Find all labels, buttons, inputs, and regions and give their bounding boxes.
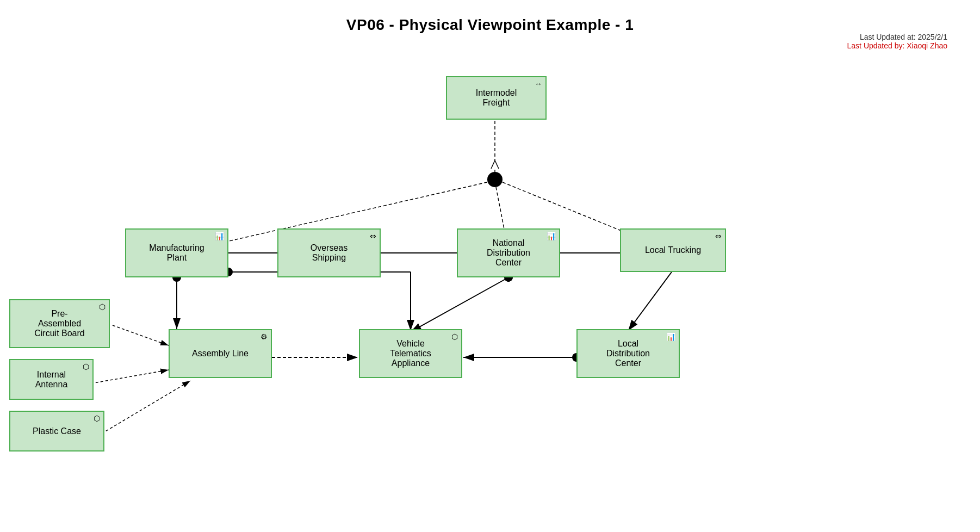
- trucking-icon: ⇔: [715, 232, 722, 240]
- node-manufacturing-plant[interactable]: Manufacturing Plant 📊: [125, 228, 228, 277]
- last-updated-by: Last Updated by: Xiaoqi Zhao: [847, 41, 947, 50]
- arrows-svg: [0, 54, 980, 532]
- antenna-icon: ⬡: [83, 362, 89, 371]
- assembly-icon: ⚙: [260, 332, 268, 341]
- node-vehicle-telematics[interactable]: Vehicle Telematics Appliance ⬡: [359, 329, 462, 378]
- node-label: Pre- Assembled Circuit Board: [34, 309, 84, 338]
- node-label: Assembly Line: [192, 349, 249, 358]
- last-updated: Last Updated at: 2025/2/1: [847, 33, 947, 41]
- node-assembly-line[interactable]: Assembly Line ⚙: [169, 329, 272, 378]
- node-label: Local Distribution Center: [606, 339, 650, 368]
- node-plastic-case[interactable]: Plastic Case ⬡: [9, 411, 104, 451]
- national-icon: 📊: [547, 232, 556, 240]
- plastic-icon: ⬡: [94, 414, 100, 423]
- svg-line-14: [411, 277, 508, 332]
- svg-line-20: [102, 381, 190, 434]
- node-label: Local Trucking: [645, 245, 701, 255]
- node-intermodel-freight[interactable]: Intermodel Freight ↔: [446, 76, 547, 120]
- node-overseas-shipping[interactable]: Overseas Shipping ⇔: [277, 228, 381, 277]
- meta-info: Last Updated at: 2025/2/1 Last Updated b…: [847, 33, 947, 50]
- local-dist-icon: 📊: [666, 332, 675, 341]
- svg-line-19: [91, 370, 169, 383]
- node-label: Plastic Case: [33, 426, 81, 436]
- pre-assembled-icon: ⬡: [99, 302, 106, 311]
- node-national-distribution[interactable]: National Distribution Center 📊: [457, 228, 560, 277]
- svg-point-4: [487, 172, 503, 187]
- overseas-icon: ⇔: [370, 232, 376, 240]
- node-pre-assembled[interactable]: Pre- Assembled Circuit Board ⬡: [9, 299, 110, 348]
- node-local-trucking[interactable]: Local Trucking ⇔: [620, 228, 726, 272]
- page-title: VP06 - Physical Viewpoint Example - 1: [0, 0, 980, 34]
- node-label: Vehicle Telematics Appliance: [390, 339, 431, 368]
- node-label: National Distribution Center: [487, 238, 530, 268]
- diagram-area: Intermodel Freight ↔ Manufacturing Plant…: [0, 54, 980, 532]
- node-label: Internal Antenna: [35, 370, 68, 389]
- svg-line-17: [628, 272, 672, 331]
- svg-line-18: [113, 325, 169, 345]
- telematics-icon: ⬡: [451, 332, 458, 341]
- node-local-distribution[interactable]: Local Distribution Center 📊: [576, 329, 680, 378]
- node-internal-antenna[interactable]: Internal Antenna ⬡: [9, 359, 94, 400]
- intermodel-icon: ↔: [535, 79, 542, 88]
- node-label: Manufacturing Plant: [149, 243, 204, 263]
- node-label: Overseas Shipping: [311, 243, 348, 263]
- node-label: Intermodel Freight: [476, 88, 517, 108]
- manufacturing-icon: 📊: [215, 232, 224, 240]
